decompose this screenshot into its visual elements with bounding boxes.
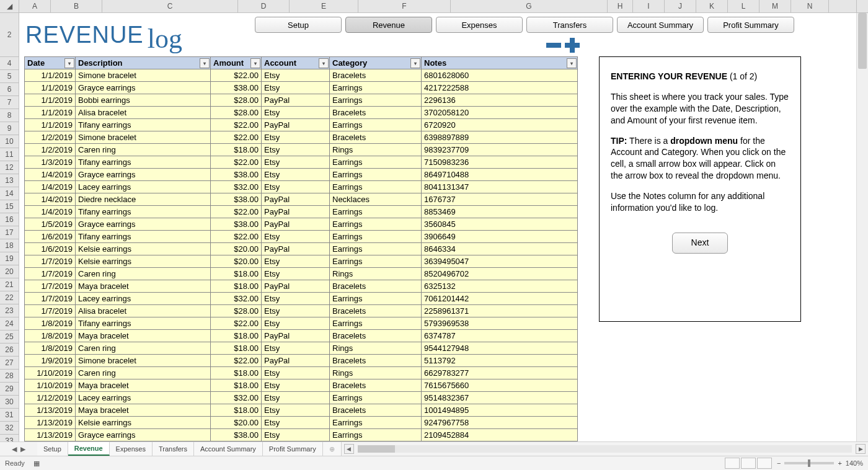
row-header-6[interactable]: 6 xyxy=(0,83,19,96)
col-header-A[interactable]: A xyxy=(19,0,51,12)
table-row[interactable]: 1/1/2019Grayce earrings$38.00EtsyEarring… xyxy=(25,82,578,94)
vertical-scrollbar[interactable] xyxy=(856,13,868,441)
cell[interactable]: 9514832367 xyxy=(422,392,578,404)
cell[interactable]: 8520496702 xyxy=(422,268,578,280)
tab-nav-controls[interactable]: ◀▶ xyxy=(0,442,37,456)
table-row[interactable]: 1/12/2019Lacey earrings$32.00EtsyEarring… xyxy=(25,392,578,404)
cell[interactable]: Tifany earrings xyxy=(76,231,211,243)
row-header-24[interactable]: 24 xyxy=(0,317,19,330)
cell[interactable]: 6398897889 xyxy=(422,131,578,144)
cell[interactable]: 5113792 xyxy=(422,355,578,367)
row-header-10[interactable]: 10 xyxy=(0,135,19,148)
table-row[interactable]: 1/6/2019Tifany earrings$22.00EtsyEarring… xyxy=(25,231,578,243)
col-header-amount[interactable]: Amount▾ xyxy=(211,57,262,69)
cell[interactable]: 1/1/2019 xyxy=(25,119,76,131)
cell[interactable]: Earrings xyxy=(330,243,422,255)
cell[interactable]: Etsy xyxy=(262,305,330,317)
cell[interactable]: $18.00 xyxy=(211,330,262,342)
cell[interactable]: $32.00 xyxy=(211,181,262,193)
cell[interactable]: 1/6/2019 xyxy=(25,231,76,243)
cell[interactable]: 9839237709 xyxy=(422,144,578,156)
macro-recorder-icon[interactable]: ▦ xyxy=(33,459,40,468)
cell[interactable]: Earrings xyxy=(330,156,422,169)
cell[interactable]: Grayce earrings xyxy=(76,169,211,181)
cell[interactable]: PayPal xyxy=(262,330,330,342)
cell[interactable]: Earrings xyxy=(330,169,422,181)
cell[interactable]: 1/7/2019 xyxy=(25,280,76,293)
cell[interactable]: Tifany earrings xyxy=(76,317,211,330)
cell[interactable]: $18.00 xyxy=(211,379,262,392)
minus-icon[interactable] xyxy=(546,43,561,48)
cell[interactable]: 1/1/2019 xyxy=(25,107,76,119)
cell[interactable]: Etsy xyxy=(262,404,330,417)
cell[interactable]: $22.00 xyxy=(211,119,262,131)
hscroll-thumb[interactable] xyxy=(358,445,395,453)
cell[interactable]: $18.00 xyxy=(211,367,262,379)
row-header-16[interactable]: 16 xyxy=(0,213,19,226)
cell[interactable]: 3702058120 xyxy=(422,107,578,119)
add-sheet-button[interactable]: ⊕ xyxy=(323,442,342,456)
cell[interactable]: Rings xyxy=(330,144,422,156)
table-row[interactable]: 1/6/2019Kelsie earrings$20.00PayPalEarri… xyxy=(25,243,578,255)
cell[interactable]: Necklaces xyxy=(330,193,422,206)
col-header-description[interactable]: Description▾ xyxy=(76,57,211,69)
cell[interactable]: $22.00 xyxy=(211,156,262,169)
col-header-C[interactable]: C xyxy=(102,0,238,12)
plus-icon[interactable] xyxy=(565,38,580,53)
cell[interactable]: 1/3/2019 xyxy=(25,156,76,169)
cell[interactable]: Caren ring xyxy=(76,268,211,280)
filter-dropdown-icon[interactable]: ▾ xyxy=(250,58,260,68)
cell[interactable]: 1/7/2019 xyxy=(25,255,76,268)
cell[interactable]: 1/4/2019 xyxy=(25,193,76,206)
nav-button-profit-summary[interactable]: Profit Summary xyxy=(707,17,794,33)
cell[interactable]: $20.00 xyxy=(211,243,262,255)
cell[interactable]: Bracelets xyxy=(330,404,422,417)
row-header-7[interactable]: 7 xyxy=(0,96,19,109)
cell[interactable]: 1/4/2019 xyxy=(25,206,76,218)
cell[interactable]: 5793969538 xyxy=(422,317,578,330)
cell[interactable]: Lacey earrings xyxy=(76,392,211,404)
table-row[interactable]: 1/13/2019Kelsie earrings$20.00EtsyEarrin… xyxy=(25,417,578,429)
cell[interactable]: Rings xyxy=(330,268,422,280)
cell[interactable]: 2258961371 xyxy=(422,305,578,317)
cell[interactable]: Bracelets xyxy=(330,107,422,119)
cell[interactable]: Earrings xyxy=(330,417,422,429)
cell[interactable]: 8853469 xyxy=(422,206,578,218)
cell[interactable]: 6374787 xyxy=(422,330,578,342)
cell[interactable]: 1/7/2019 xyxy=(25,268,76,280)
horizontal-scrollbar[interactable]: ◀ ▶ xyxy=(342,442,868,456)
col-header-L[interactable]: L xyxy=(728,0,760,12)
scroll-left-icon[interactable]: ◀ xyxy=(344,444,354,454)
col-header-G[interactable]: G xyxy=(451,0,608,12)
row-header-31[interactable]: 31 xyxy=(0,409,19,422)
cell[interactable]: Etsy xyxy=(262,317,330,330)
col-header-category[interactable]: Category▾ xyxy=(330,57,422,69)
cell[interactable]: Maya bracelet xyxy=(76,404,211,417)
row-header-29[interactable]: 29 xyxy=(0,383,19,396)
row-header-23[interactable]: 23 xyxy=(0,304,19,317)
cell[interactable]: Caren ring xyxy=(76,144,211,156)
col-header-K[interactable]: K xyxy=(696,0,728,12)
cell[interactable]: Maya bracelet xyxy=(76,379,211,392)
view-mode-buttons[interactable] xyxy=(725,458,772,469)
table-row[interactable]: 1/4/2019Tifany earrings$22.00PayPalEarri… xyxy=(25,206,578,218)
zoom-control[interactable]: − + 140% xyxy=(777,459,863,467)
cell[interactable]: 1676737 xyxy=(422,193,578,206)
cell[interactable]: $18.00 xyxy=(211,268,262,280)
cell[interactable]: 1001494895 xyxy=(422,404,578,417)
scrollbar-thumb[interactable] xyxy=(858,13,867,69)
row-header-11[interactable]: 11 xyxy=(0,148,19,161)
cell[interactable]: 7615675660 xyxy=(422,379,578,392)
cell[interactable]: Grayce earrings xyxy=(76,429,211,441)
cell[interactable]: 6325132 xyxy=(422,280,578,293)
zoom-in-icon[interactable]: + xyxy=(838,459,841,467)
col-header-J[interactable]: J xyxy=(665,0,696,12)
table-row[interactable]: 1/8/2019Caren ring$18.00EtsyRings9544127… xyxy=(25,342,578,355)
cell[interactable]: $32.00 xyxy=(211,392,262,404)
row-header-21[interactable]: 21 xyxy=(0,278,19,291)
cell[interactable]: Maya bracelet xyxy=(76,330,211,342)
cell[interactable]: Kelsie earrings xyxy=(76,255,211,268)
cell[interactable]: $38.00 xyxy=(211,429,262,441)
col-header-F[interactable]: F xyxy=(358,0,451,12)
nav-button-revenue[interactable]: Revenue xyxy=(345,17,432,33)
